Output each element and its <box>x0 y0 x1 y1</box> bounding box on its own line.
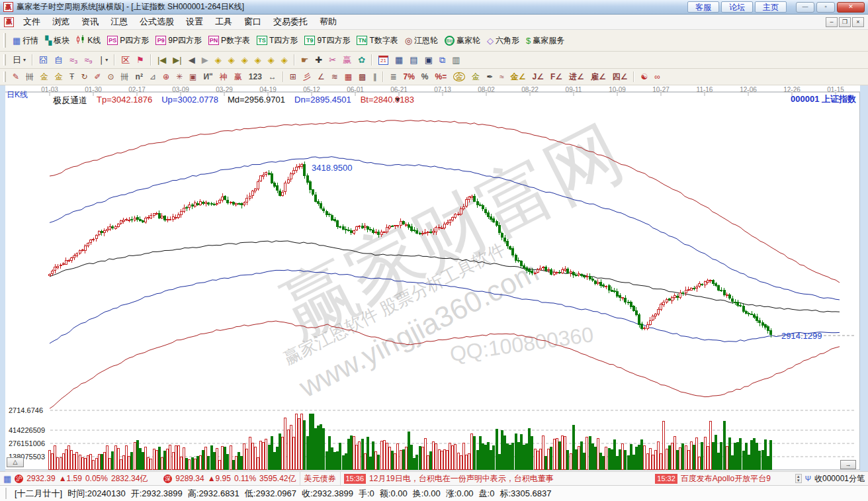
shen-tool[interactable]: 神 <box>216 71 231 82</box>
toolbar2-grip[interactable] <box>3 54 6 66</box>
diamond-up-button[interactable]: ◈ <box>225 54 238 66</box>
diamond-left-button[interactable]: ◈ <box>212 54 225 66</box>
diamond-right-button[interactable]: ◈ <box>238 54 251 66</box>
width-arrow-tool[interactable]: ↔ <box>265 71 280 82</box>
t-number-table-button[interactable]: TNT数字表 <box>353 34 401 48</box>
toolbar3-grip[interactable] <box>3 71 6 82</box>
menu-file[interactable]: 文件 <box>17 15 46 29</box>
square-target-tool[interactable]: ▣ <box>186 71 200 82</box>
save-button[interactable]: ▣ <box>421 54 436 66</box>
gold-count2-tool[interactable]: 金 <box>52 71 66 82</box>
wave3-button[interactable]: ≈₃ <box>66 54 81 66</box>
angle-si-tool[interactable]: 四∠ <box>609 71 631 82</box>
cycle-clock-tool[interactable]: ⊙ <box>105 71 118 82</box>
parallel-lines-tool[interactable]: ∥ <box>369 71 380 82</box>
kline-chart[interactable]: 赢家财富网赢家江恩软件 股票分析工具软件www.yingjia360.comQQ… <box>0 85 868 471</box>
forum-button[interactable]: 论坛 <box>721 1 753 13</box>
t9-square-button[interactable]: T99T四方形 <box>301 34 353 48</box>
angle-pencil-tool[interactable]: ∠ <box>314 71 328 82</box>
news-headline-2[interactable]: 百度发布Apollo开放平台9 <box>681 473 792 484</box>
spiral-tool[interactable]: ↻ <box>77 71 91 82</box>
star-cycle-tool[interactable]: ✳ <box>173 71 186 82</box>
cut-tool-button[interactable]: ✂ <box>326 54 339 66</box>
kline-button[interactable]: K线 <box>73 34 104 48</box>
gann-wheel-button[interactable]: ◎江恩轮 <box>402 34 441 48</box>
bar-count-tool[interactable]: 卌 <box>22 71 37 82</box>
angle-j-tool[interactable]: J∠ <box>529 71 547 82</box>
news-headline-1[interactable]: 12月19日电，台积电在一份声明中表示，台积电董事 <box>369 473 652 484</box>
percent-tool[interactable]: % <box>418 71 432 82</box>
market-quotes-button[interactable]: ▦行情 <box>9 34 42 48</box>
menu-gann[interactable]: 江恩 <box>105 15 134 29</box>
news-scroll-spinner[interactable]: ▲▼ <box>795 474 802 483</box>
infinity-button[interactable]: ∞ <box>651 71 664 82</box>
p9-square-button[interactable]: P99P四方形 <box>152 34 205 48</box>
printer-button[interactable]: ▥ <box>449 54 463 66</box>
homepage-button[interactable]: 主页 <box>755 1 787 13</box>
winner-wheel-button[interactable]: Big赢家轮 <box>441 34 484 48</box>
chart-window-button[interactable]: 囧 <box>36 54 51 66</box>
angle-f-tool[interactable]: F∠ <box>547 71 566 82</box>
screen-share-button[interactable]: ⧉ <box>436 54 449 66</box>
p-number-table-button[interactable]: PNP数字表 <box>205 34 253 48</box>
brush-tool[interactable]: ✎ <box>9 71 22 82</box>
next-bar-button[interactable]: ▶ <box>198 54 212 66</box>
f-count-tool[interactable]: Ŧ <box>66 71 77 82</box>
close-button[interactable]: ✕ <box>837 2 865 13</box>
menu-trade[interactable]: 交易委托 <box>267 15 314 29</box>
n-square-tool[interactable]: n² <box>132 71 146 82</box>
menu-browse[interactable]: 浏览 <box>46 15 75 29</box>
mdi-close-button[interactable]: × <box>852 17 864 27</box>
menu-tools[interactable]: 工具 <box>209 15 238 29</box>
pane-collapse-button[interactable]: △ <box>7 457 24 467</box>
mdi-minimize-button[interactable]: – <box>826 17 838 27</box>
diamond-hv-button[interactable]: ◈ <box>265 54 278 66</box>
percent7-tool[interactable]: 7% <box>400 71 417 82</box>
bond-label[interactable]: 美元债券 <box>300 472 341 485</box>
chart-grid-tool[interactable]: ▩ <box>355 71 369 82</box>
p-square-button[interactable]: PSP四方形 <box>104 34 152 48</box>
gold-angle-tool[interactable]: 金∠ <box>507 71 529 82</box>
toolbar1-grip[interactable] <box>3 33 6 48</box>
last-bar-button[interactable]: ▶| <box>169 54 185 66</box>
fan-lines-tool[interactable]: 彡 <box>300 71 314 82</box>
prev-bar-button[interactable]: ◀ <box>185 54 198 66</box>
calendar-button[interactable]: 21 <box>375 54 392 66</box>
pattern-button[interactable]: 区 <box>118 54 133 66</box>
menu-settings[interactable]: 设置 <box>180 15 209 29</box>
candle-style-button[interactable]: ∣▾ <box>96 54 112 66</box>
gold-lines-tool[interactable]: 金 <box>468 71 483 82</box>
hand-tool-button[interactable]: ☛ <box>298 54 312 66</box>
winner-mark-tool-button[interactable]: 赢 <box>339 54 355 66</box>
minimize-button[interactable]: — <box>796 2 814 13</box>
zigzag-tool[interactable]: ≋ <box>328 71 341 82</box>
wave9-button[interactable]: ≈₉ <box>81 54 95 66</box>
gold-circle-tool[interactable]: 金 <box>450 71 468 83</box>
menu-help[interactable]: 帮助 <box>314 15 343 29</box>
info-doc-button[interactable]: 自 <box>51 54 66 66</box>
ink-tool[interactable]: ✒ <box>483 71 496 82</box>
t-square-button[interactable]: TST四方形 <box>253 34 301 48</box>
first-bar-button[interactable]: |◀ <box>154 54 169 66</box>
angle-ruler-tool[interactable]: ⊿ <box>146 71 159 82</box>
kline-style-dropdown[interactable]: 日▾ <box>9 54 29 66</box>
hexagon-button[interactable]: ◇六角形 <box>484 34 523 48</box>
scale-ruler-tool[interactable]: ≣ <box>386 71 400 82</box>
taiji-button[interactable]: ☯ <box>637 71 651 82</box>
menu-news[interactable]: 资讯 <box>75 15 105 29</box>
mdi-restore-button[interactable]: ❐ <box>839 17 851 27</box>
notebook-button[interactable]: ▤ <box>406 54 421 66</box>
percent-line-tool[interactable]: %= <box>431 71 450 82</box>
flag-button[interactable]: ⚑ <box>133 54 148 66</box>
chart-area[interactable]: 赢家财富网赢家江恩软件 股票分析工具软件www.yingjia360.comQQ… <box>0 85 868 471</box>
angle-jin-tool[interactable]: 进∠ <box>566 71 587 82</box>
gold-count1-tool[interactable]: 金 <box>37 71 52 82</box>
customer-service-button[interactable]: 客服 <box>687 1 719 13</box>
diamond-cross-button[interactable]: ◈ <box>251 54 265 66</box>
crosshair-tool-button[interactable]: ✚ <box>312 54 326 66</box>
target-tool[interactable]: ⊕ <box>159 71 173 82</box>
knot-tool-button[interactable]: ✿ <box>355 54 369 66</box>
menu-window[interactable]: 窗口 <box>238 15 267 29</box>
drag-frame-tool[interactable]: ⊞ <box>286 71 300 82</box>
sectors-button[interactable]: ▚板块 <box>42 34 73 48</box>
